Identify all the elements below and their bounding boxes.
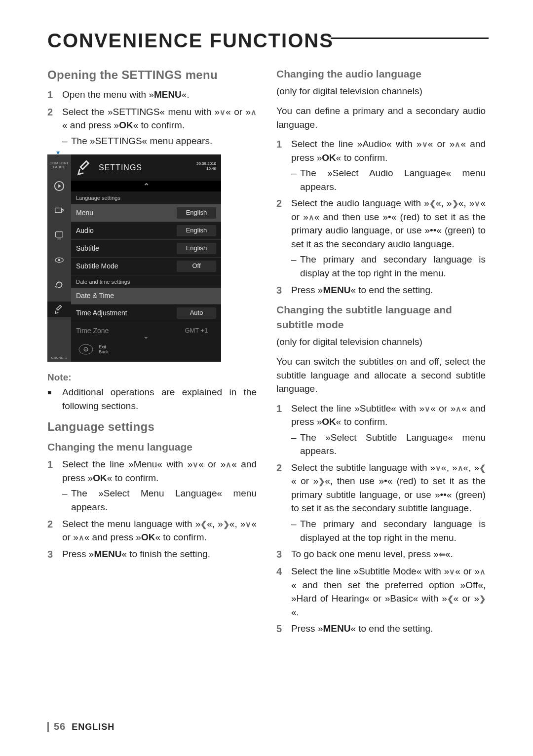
sub-note: The »Select Menu Language« menu appears.: [62, 487, 257, 514]
osd-row-menu: MenuEnglish: [71, 204, 221, 222]
svg-point-2: [62, 209, 64, 211]
down-icon: ∨: [435, 462, 441, 474]
step-text: Select the »SETTINGS« menu with »∨« or »…: [62, 105, 257, 148]
note-label: Note:: [47, 371, 257, 384]
step-text: Press »MENU« to end the setting.: [291, 622, 486, 636]
left-icon: ❮: [479, 462, 486, 474]
step-text: Select the line »Subtitle Mode« with »∨«…: [291, 565, 486, 619]
up-icon: ∧: [456, 403, 461, 415]
osd-title: SETTINGS: [99, 162, 142, 173]
step-text: Select the menu language with »❮«, »❯«, …: [62, 517, 257, 544]
down-icon: ∨: [424, 403, 430, 415]
right-icon: ❯: [318, 476, 325, 487]
subnote: (only for digital television channels): [276, 335, 486, 349]
step-number: 3: [47, 547, 62, 562]
heading-subtitle-language: Changing the subtitle language and subti…: [276, 302, 486, 333]
right-icon: ❯: [223, 519, 229, 530]
page-title: CONVENIENCE FUNCTIONS: [47, 30, 486, 52]
heading-opening-settings: Opening the SETTINGS menu: [47, 67, 257, 84]
step-text: To go back one menu level, press »⬅«.: [291, 547, 486, 562]
down-icon: ∨: [449, 566, 455, 577]
osd-row-subtitle-mode: Subtitle ModeOff: [71, 258, 221, 275]
down-icon: ∨: [245, 519, 251, 530]
step-text: Open the menu with »MENU«.: [62, 88, 257, 102]
step-number: 4: [276, 565, 291, 619]
step-number: 1: [47, 88, 62, 102]
settings-icon: [47, 302, 71, 317]
step-number: 2: [276, 196, 291, 280]
step-number: 2: [47, 105, 62, 148]
step-number: 3: [276, 547, 291, 562]
down-icon: ∨: [220, 107, 226, 118]
ok-ring-icon: OK: [76, 342, 96, 357]
osd-screenshot: ▾ COMFORTGUIDE GRUNDIG SETTINGS 20.09.2: [47, 154, 221, 362]
intro-text: You can switch the subtitles on and off,…: [276, 355, 486, 396]
step-text: Select the subtitle language with »∨«, »…: [291, 461, 486, 544]
osd-header: SETTINGS 20.09.201015:46: [71, 154, 221, 181]
svg-rect-3: [56, 231, 63, 237]
heading-language-settings: Language settings: [47, 418, 257, 436]
step-text: Press »MENU« to end the setting.: [291, 283, 486, 298]
osd-row-time-adjust: Time AdjustmentAuto: [71, 304, 221, 322]
osd-row-subtitle: SubtitleEnglish: [71, 240, 221, 258]
step-text: Select the line »Subtitle« with »∨« or »…: [291, 402, 486, 458]
play-icon: [51, 178, 67, 194]
up-icon: ∧: [455, 139, 460, 150]
page-number: 56: [54, 721, 66, 732]
step-number: 1: [276, 402, 291, 458]
sub-note: The »Select Subtitle Language« menu appe…: [291, 431, 486, 458]
up-icon: ∧: [251, 107, 257, 118]
left-icon: ❮: [447, 593, 454, 605]
osd-timestamp: 20.09.201015:46: [196, 161, 216, 171]
wrench-icon: [76, 159, 94, 177]
left-icon: ❮: [200, 519, 207, 530]
step-number: 1: [276, 137, 291, 193]
osd-sidebar: COMFORTGUIDE GRUNDIG: [47, 154, 71, 362]
step-number: 3: [276, 283, 291, 298]
step-text: Press »MENU« to finish the setting.: [62, 547, 257, 562]
step-number: 5: [276, 622, 291, 636]
sub-note: The primary and secondary language is di…: [291, 517, 486, 544]
left-icon: ❮: [429, 198, 436, 209]
heading-audio-language: Changing the audio language: [276, 67, 486, 81]
heading-menu-language: Changing the menu language: [47, 440, 257, 454]
step-text: Select the audio language with »❮«, »❯«,…: [291, 196, 486, 280]
source-icon: [51, 227, 67, 243]
back-icon: ⬅: [439, 549, 445, 560]
bullet-icon: ■: [47, 385, 62, 413]
reset-icon: [51, 277, 67, 293]
subnote: (only for digital television channels): [276, 84, 486, 98]
brand-label: COMFORTGUIDE: [50, 161, 69, 169]
up-icon: ∧: [226, 459, 231, 470]
step-number: 2: [276, 461, 291, 544]
right-icon: ❯: [452, 198, 458, 209]
up-icon: ∧: [308, 212, 314, 223]
osd-tab-top: ⌃: [71, 181, 221, 191]
sub-note: The »Select Audio Language« menu appears…: [291, 166, 486, 193]
osd-section-label: Date and time settings: [71, 275, 221, 288]
osd-row-datetime: Date & Time: [71, 288, 221, 304]
down-icon: ∨: [422, 139, 428, 150]
page-footer: 56 ENGLISH: [47, 721, 114, 732]
down-icon: ∨: [192, 459, 198, 470]
svg-rect-1: [55, 208, 62, 212]
osd-section-label: Language settings: [71, 191, 221, 204]
intro-text: You can define a primary and a secondary…: [276, 104, 486, 131]
sub-note: The primary and secondary language is di…: [291, 253, 486, 280]
osd-footer: OK ExitBack: [71, 339, 221, 362]
eye-icon: [51, 252, 67, 268]
sub-note: The »SETTINGS« menu appears.: [62, 134, 257, 148]
step-number: 1: [47, 457, 62, 514]
up-icon: ∧: [457, 462, 463, 474]
down-icon: ∨: [474, 198, 480, 209]
step-number: 2: [47, 517, 62, 544]
right-column: Changing the audio language (only for di…: [276, 67, 486, 639]
svg-text:OK: OK: [84, 349, 87, 351]
up-icon: ∧: [78, 532, 84, 543]
svg-point-5: [58, 259, 61, 262]
osd-row-audio: AudioEnglish: [71, 222, 221, 240]
grundig-label: GRUNDIG: [51, 356, 67, 360]
footer-lang: ENGLISH: [72, 722, 114, 732]
picture-icon: [51, 203, 67, 219]
left-column: Opening the SETTINGS menu 1 Open the men…: [47, 67, 257, 639]
